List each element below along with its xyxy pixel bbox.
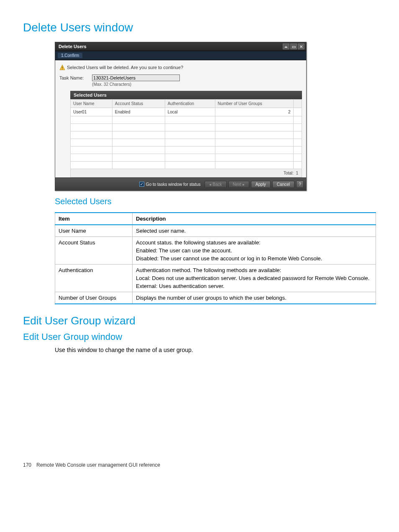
table-row-empty [71,116,302,124]
svg-rect-2 [62,69,62,69]
selected-users-grid: User Name Account Status Authentication … [70,99,302,169]
page-number: 170 [23,462,31,468]
warning-row: Selected Users will be deleted. Are you … [55,60,306,72]
desc-col-description: Description [133,213,376,225]
task-name-input[interactable] [92,75,180,81]
desc-description: Selected user name. [133,225,376,237]
table-row-empty [71,131,302,139]
cell-account-status: Enabled [112,108,165,116]
back-button[interactable]: ◂ Back [205,181,226,188]
desc-row: AuthenticationAuthentication method. The… [55,265,376,292]
page-footer: 170 Remote Web Console user management G… [23,462,376,468]
desc-row: Number of User GroupsDisplays the number… [55,292,376,304]
checkbox-icon: ✓ [139,182,144,187]
col-num-groups: Number of User Groups [215,100,293,108]
grid-total-bar: Total: 1 [70,169,302,177]
desc-item: User Name [55,225,133,237]
next-button[interactable]: Next ▸ [228,181,249,188]
cell-authentication: Local [165,108,215,116]
task-name-row: Task Name: (Max. 32 Characters) [55,72,306,89]
table-row-empty [71,146,302,154]
cell-spacer [293,108,302,116]
task-name-hint: (Max. 32 Characters) [92,82,180,87]
desc-col-item: Item [55,213,133,225]
window-pin-icon[interactable]: ⫨ [283,44,289,49]
table-row-empty [71,154,302,162]
heading-edit-user-group-wizard: Edit User Group wizard [23,314,376,327]
selected-users-panel: Selected Users User Name Account Status … [70,91,302,177]
window-close-icon[interactable]: ✕ [298,44,304,49]
window-restore-icon[interactable]: ▭ [290,44,297,49]
desc-item: Account Status [55,237,133,265]
desc-item: Number of User Groups [55,292,133,304]
col-user-name: User Name [71,100,113,108]
desc-row: Account StatusAccount status. the follow… [55,237,376,265]
apply-button[interactable]: Apply [251,181,271,188]
svg-rect-1 [62,67,62,68]
wizard-step-1: 1.Confirm [58,53,82,58]
selected-users-panel-title: Selected Users [70,91,302,99]
col-spacer [293,100,302,108]
warning-text: Selected Users will be deleted. Are you … [67,65,183,70]
warning-icon [59,64,65,70]
desc-item: Authentication [55,265,133,292]
grid-total-label: Total: [284,171,294,175]
help-button[interactable]: ? [296,180,304,188]
table-row-empty [71,139,302,146]
grid-total-value: 1 [296,171,298,175]
delete-users-dialog: Delete Users ⫨ ▭ ✕ 1.Confirm Selected Us… [55,42,307,191]
edit-user-group-window-body: Use this window to change the name of a … [55,347,376,353]
col-authentication: Authentication [165,100,215,108]
heading-selected-users: Selected Users [55,197,376,206]
task-name-label: Task Name: [59,75,84,80]
selected-users-desc-table: Item Description User NameSelected user … [55,212,376,304]
go-to-tasks-label: Go to tasks window for status [146,182,201,187]
table-row[interactable]: User01EnabledLocal2 [71,108,302,116]
cell-user-name: User01 [71,108,113,116]
table-row-empty [71,124,302,131]
page-footer-title: Remote Web Console user management GUI r… [36,462,160,468]
dialog-footer: ✓ Go to tasks window for status ◂ Back N… [55,177,306,190]
desc-description: Authentication method. The following met… [133,265,376,292]
cell-num-groups: 2 [215,108,293,116]
desc-description: Account status. the following statuses a… [133,237,376,265]
desc-description: Displays the number of user groups to wh… [133,292,376,304]
heading-delete-users-window: Delete Users window [23,21,376,34]
heading-edit-user-group-window: Edit User Group window [23,332,376,342]
cancel-button[interactable]: Cancel [272,181,294,188]
col-account-status: Account Status [112,100,165,108]
wizard-steps: 1.Confirm [55,51,306,60]
dialog-title: Delete Users [59,44,87,49]
table-row-empty [71,162,302,169]
go-to-tasks-checkbox[interactable]: ✓ Go to tasks window for status [139,182,201,187]
dialog-titlebar: Delete Users ⫨ ▭ ✕ [55,42,306,51]
desc-row: User NameSelected user name. [55,225,376,237]
